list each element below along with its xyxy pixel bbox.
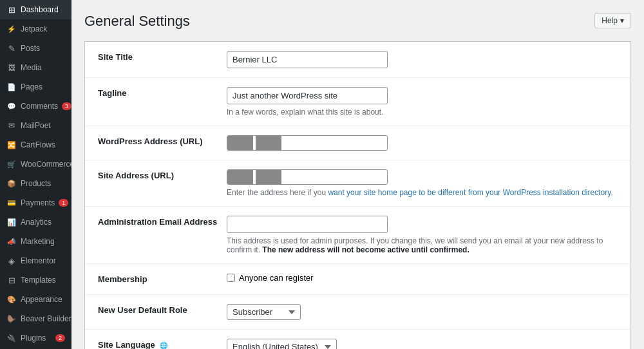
site-address-blur2 [256,170,281,184]
dashboard-icon [6,5,17,15]
wp-address-row: WordPress Address (URL) [85,126,630,160]
tagline-input[interactable] [227,87,388,104]
sidebar-label-beaver: Beaver Builder [21,314,71,323]
plugins-icon [6,333,17,343]
sidebar-label-marketing: Marketing [21,237,55,246]
sidebar-item-jetpack[interactable]: Jetpack [0,19,71,39]
appearance-icon [6,294,17,305]
analytics-icon [6,217,17,227]
wp-address-input[interactable] [227,135,388,151]
sidebar-label-templates: Templates [21,276,56,285]
site-address-input[interactable] [227,169,388,185]
templates-icon [6,275,17,285]
membership-field: Anyone can register [227,273,630,285]
sidebar-item-media[interactable]: Media [0,58,71,77]
membership-checkbox-row: Anyone can register [227,273,618,283]
badge-comments: 3 [62,102,71,110]
tagline-label: Tagline [85,87,227,117]
payments-icon [6,198,17,208]
default-role-field: SubscriberContributorAuthorEditorAdminis… [227,304,630,320]
sidebar-item-templates[interactable]: Templates [0,270,71,290]
help-button[interactable]: Help ▾ [594,13,631,28]
site-address-label: Site Address (URL) [85,169,227,197]
media-icon [6,62,17,73]
sidebar-item-payments[interactable]: Payments1 [0,193,71,212]
sidebar-label-dashboard: Dashboard [21,5,59,14]
sidebar-item-elementor[interactable]: Elementor [0,251,71,270]
site-address-description: Enter the address here if you want your … [227,188,613,197]
sidebar-item-plugins[interactable]: Plugins2 [0,328,71,348]
site-title-field [227,51,630,68]
sidebar-item-beaver[interactable]: Beaver Builder [0,309,71,328]
admin-email-field: This address is used for admin purposes.… [227,216,630,254]
sidebar-label-posts: Posts [21,44,40,53]
main-content: General Settings Help ▾ Site Title Tagli… [71,0,644,349]
sidebar-item-marketing[interactable]: Marketing [0,232,71,251]
badge-payments: 1 [59,199,68,207]
posts-icon [6,43,17,53]
sidebar-label-appearance: Appearance [21,295,62,304]
site-title-row: Site Title [85,42,630,78]
tagline-row: Tagline In a few words, explain what thi… [85,78,630,126]
sidebar-label-mailpoet: MailPoet [21,121,51,130]
site-address-field: Enter the address here if you want your … [227,169,630,197]
site-language-select[interactable]: English (United States)English (UK)Franç… [227,339,337,349]
default-role-select[interactable]: SubscriberContributorAuthorEditorAdminis… [227,304,301,320]
admin-email-input[interactable] [227,216,388,233]
page-title: General Settings [84,13,190,30]
sidebar-label-pages: Pages [21,82,43,91]
sidebar-item-appearance[interactable]: Appearance [0,290,71,309]
sidebar-item-mailpoet[interactable]: MailPoet [0,116,71,135]
pages-icon [6,82,17,92]
elementor-icon [6,256,17,266]
badge-plugins: 2 [55,334,65,342]
sidebar-label-cartflows: CartFlows [21,140,55,149]
sidebar-label-plugins: Plugins [21,334,46,343]
sidebar-item-cartflows[interactable]: CartFlows [0,135,71,155]
wp-address-field [227,135,630,151]
sidebar-item-products[interactable]: Products [0,174,71,193]
site-language-label: Site Language 🌐 [85,339,227,349]
comments-icon [6,101,17,111]
membership-row: Membership Anyone can register [85,264,630,295]
membership-label: Membership [85,273,227,285]
sidebar-item-woocommerce[interactable]: WooCommerce [0,155,71,174]
beaver-icon [6,314,17,324]
sidebar-label-products: Products [21,179,51,188]
sidebar-label-media: Media [21,63,42,72]
products-icon [6,178,17,189]
wp-address-label: WordPress Address (URL) [85,135,227,151]
sidebar-item-comments[interactable]: Comments3 [0,97,71,116]
site-title-label: Site Title [85,51,227,68]
sidebar-label-jetpack: Jetpack [21,24,47,33]
tagline-field: In a few words, explain what this site i… [227,87,630,117]
woocommerce-icon [6,159,17,169]
wp-address-blur1 [227,136,253,150]
membership-checkbox-label: Anyone can register [239,273,314,283]
sidebar: DashboardJetpackPostsMediaPagesComments3… [0,0,71,349]
site-language-field: English (United States)English (UK)Franç… [227,339,630,349]
sidebar-item-analytics[interactable]: Analytics [0,212,71,232]
jetpack-icon [6,24,17,34]
admin-email-description: This address is used for admin purposes.… [227,236,613,254]
sidebar-item-pages[interactable]: Pages [0,77,71,97]
sidebar-item-dashboard[interactable]: Dashboard [0,0,71,19]
mailpoet-icon [6,120,17,131]
settings-form: Site Title Tagline In a few words, expla… [84,41,631,349]
admin-email-label: Administration Email Address [85,216,227,254]
site-address-row: Site Address (URL) Enter the address her… [85,160,630,207]
wp-address-blur2 [256,136,281,150]
site-language-row: Site Language 🌐 English (United States)E… [85,330,630,349]
default-role-row: New User Default Role SubscriberContribu… [85,295,630,330]
site-title-input[interactable] [227,51,388,68]
membership-checkbox[interactable] [227,274,235,282]
site-address-link[interactable]: want your site home page to be different… [328,188,611,197]
admin-email-row: Administration Email Address This addres… [85,207,630,264]
cartflows-icon [6,140,17,150]
tagline-description: In a few words, explain what this site i… [227,108,613,117]
site-address-blur1 [227,170,253,184]
marketing-icon [6,236,17,247]
sidebar-label-analytics: Analytics [21,218,52,227]
sidebar-item-posts[interactable]: Posts [0,39,71,58]
sidebar-label-payments: Payments [21,198,55,207]
